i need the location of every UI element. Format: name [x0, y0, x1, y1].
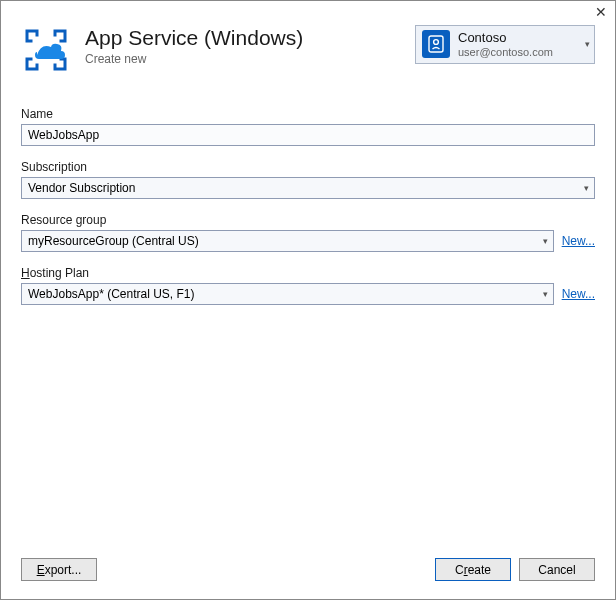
account-picker[interactable]: Contoso user@contoso.com ▾ — [415, 25, 595, 64]
svg-point-1 — [434, 40, 439, 45]
resource-group-select[interactable] — [21, 230, 554, 252]
cancel-button[interactable]: Cancel — [519, 558, 595, 581]
chevron-down-icon: ▾ — [585, 39, 590, 49]
account-name: Contoso — [458, 30, 553, 46]
dialog-subtitle: Create new — [85, 52, 415, 66]
hosting-plan-select[interactable] — [21, 283, 554, 305]
create-button[interactable]: Create — [435, 558, 511, 581]
resource-group-label: Resource group — [21, 213, 595, 227]
resource-group-new-link[interactable]: New... — [562, 234, 595, 248]
hosting-plan-label: Hosting Plan — [21, 266, 595, 280]
account-email: user@contoso.com — [458, 46, 553, 59]
close-icon[interactable]: ✕ — [595, 5, 607, 19]
app-service-icon — [21, 25, 71, 75]
form-body: Name Subscription Resource group New... … — [1, 83, 615, 544]
name-input[interactable] — [21, 124, 595, 146]
dialog-footer: Export... Create Cancel — [1, 544, 615, 599]
dialog-title: App Service (Windows) — [85, 25, 415, 50]
name-label: Name — [21, 107, 595, 121]
hosting-plan-new-link[interactable]: New... — [562, 287, 595, 301]
dialog-app-service-create: ✕ App Service (Windows) Create new — [0, 0, 616, 600]
account-badge-icon — [422, 30, 450, 58]
dialog-header: App Service (Windows) Create new Contoso… — [1, 1, 615, 83]
subscription-label: Subscription — [21, 160, 595, 174]
export-button[interactable]: Export... — [21, 558, 97, 581]
subscription-select[interactable] — [21, 177, 595, 199]
